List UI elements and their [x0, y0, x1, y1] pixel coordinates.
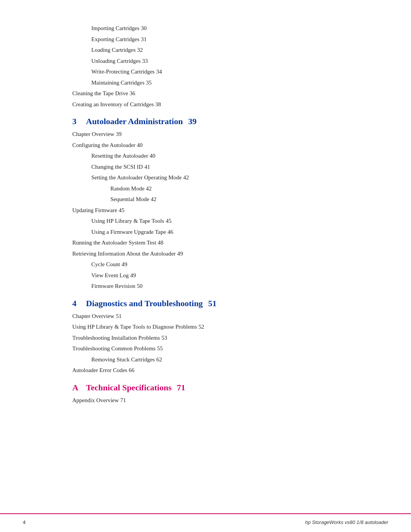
chapter-page: 51 — [208, 299, 217, 308]
entry-label: Using HP Library & Tape Tools to Diagnos… — [72, 324, 197, 330]
chapter-4-heading: 4 Diagnostics and Troubleshooting 51 — [72, 299, 339, 308]
entry-label: Maintaining Cartridges — [91, 80, 145, 86]
entry-label: Autoloader Error Codes — [72, 367, 127, 373]
list-item: Changing the SCSI ID41 — [72, 161, 339, 173]
entry-page: 49 — [177, 251, 183, 257]
entry-page: 66 — [129, 367, 134, 373]
entry-page: 45 — [166, 218, 171, 224]
entry-label: View Event Log — [91, 272, 129, 278]
entry-page: 53 — [161, 335, 167, 341]
entry-label: Cycle Count — [91, 261, 120, 267]
list-item: Removing Stuck Cartridges62 — [72, 354, 339, 365]
entry-label: Firmware Revision — [91, 283, 135, 289]
entry-label: Sequential Mode — [110, 196, 149, 202]
entry-label: Troubleshooting Common Problems — [72, 345, 156, 351]
chapter-3-heading: 3 Autoloader Administration 39 — [72, 117, 339, 126]
entry-page: 31 — [141, 36, 147, 42]
list-item: Creating an Inventory of Cartridges38 — [72, 99, 339, 110]
footer-page-number: 4 — [23, 519, 25, 525]
entry-label: Resetting the Autoloader — [91, 153, 148, 159]
entry-label: Configuring the Autoloader — [72, 142, 135, 148]
entry-page: 34 — [156, 69, 162, 75]
entry-label: Using HP Library & Tape Tools — [91, 218, 164, 224]
list-item: Updating Firmware45 — [72, 205, 339, 216]
list-item: Using HP Library & Tape Tools to Diagnos… — [72, 321, 339, 332]
entry-page: 48 — [158, 240, 163, 246]
list-item: Autoloader Error Codes66 — [72, 365, 339, 376]
chapter-page: 39 — [188, 117, 196, 126]
entry-label: Running the Autoloader System Test — [72, 240, 156, 246]
appendix-title: Technical Specifications — [86, 383, 172, 393]
list-item: View Event Log49 — [72, 270, 339, 281]
entry-page: 42 — [151, 196, 156, 202]
entry-label: Setting the Autoloader Operating Mode — [91, 174, 182, 181]
list-item: Running the Autoloader System Test48 — [72, 237, 339, 248]
list-item: Setting the Autoloader Operating Mode42 — [72, 172, 339, 183]
entry-label: Unloading Cartridges — [91, 58, 141, 64]
entry-page: 62 — [156, 356, 162, 363]
list-item: Sequential Mode42 — [72, 194, 339, 205]
initial-entries: Importing Cartridges30 Exporting Cartrid… — [72, 23, 339, 110]
entry-page: 45 — [119, 207, 124, 213]
entry-label: Appendix Overview — [72, 397, 119, 403]
chapter-number: 4 — [72, 299, 81, 308]
chapter-title: Diagnostics and Troubleshooting — [86, 299, 203, 308]
list-item: Chapter Overview51 — [72, 311, 339, 322]
entry-label: Random Mode — [110, 185, 145, 192]
list-item: Maintaining Cartridges35 — [72, 77, 339, 88]
entry-label: Exporting Cartridges — [91, 36, 139, 42]
list-item: Exporting Cartridges31 — [72, 34, 339, 45]
entry-page: 40 — [150, 153, 155, 159]
entry-page: 55 — [157, 345, 163, 351]
entry-page: 41 — [144, 164, 150, 170]
appendix-a-section: A Technical Specifications 71 Appendix O… — [72, 383, 339, 406]
entry-label: Importing Cartridges — [91, 25, 139, 31]
list-item: Retrieving Information About the Autoloa… — [72, 248, 339, 259]
list-item: Using a Firmware Upgrade Tape46 — [72, 227, 339, 238]
appendix-letter: A — [72, 383, 81, 393]
chapter-4-section: 4 Diagnostics and Troubleshooting 51 Cha… — [72, 299, 339, 376]
list-item: Chapter Overview39 — [72, 129, 339, 140]
entry-page: 52 — [199, 324, 204, 330]
entry-label: Troubleshooting Installation Problems — [72, 335, 160, 341]
list-item: Firmware Revision50 — [72, 281, 339, 292]
list-item: Configuring the Autoloader40 — [72, 140, 339, 151]
chapter-number: 3 — [72, 117, 81, 126]
entry-label: Creating an Inventory of Cartridges — [72, 101, 154, 107]
entry-label: Cleaning the Tape Drive — [72, 90, 128, 96]
chapter-title: Autoloader Administration — [86, 117, 183, 126]
list-item: Appendix Overview71 — [72, 395, 339, 406]
list-item: Write-Protecting Cartridges34 — [72, 66, 339, 77]
list-item: Troubleshooting Common Problems55 — [72, 343, 339, 354]
entry-page: 32 — [137, 47, 143, 53]
entry-page: 39 — [116, 131, 121, 137]
entry-page: 42 — [146, 185, 152, 192]
page-content: Importing Cartridges30 Exporting Cartrid… — [34, 0, 377, 513]
list-item: Cleaning the Tape Drive36 — [72, 88, 339, 99]
entry-label: Loading Cartridges — [91, 47, 135, 53]
entry-label: Using a Firmware Upgrade Tape — [91, 229, 166, 235]
entry-page: 46 — [167, 229, 173, 235]
entry-page: 35 — [146, 80, 152, 86]
entry-label: Updating Firmware — [72, 207, 117, 213]
entry-page: 36 — [130, 90, 135, 96]
entry-page: 38 — [155, 101, 161, 107]
footer: 4 hp StorageWorks vs80 1/8 autoloader — [0, 514, 411, 532]
entry-page: 30 — [141, 25, 147, 31]
entry-page: 42 — [183, 174, 189, 181]
entry-page: 71 — [120, 397, 126, 403]
entry-label: Changing the SCSI ID — [91, 164, 143, 170]
footer-book-title: hp StorageWorks vs80 1/8 autoloader — [305, 519, 388, 525]
appendix-page: 71 — [177, 383, 185, 393]
list-item: Resetting the Autoloader40 — [72, 150, 339, 161]
list-item: Using HP Library & Tape Tools45 — [72, 216, 339, 227]
list-item: Loading Cartridges32 — [72, 45, 339, 56]
entry-label: Chapter Overview — [72, 313, 114, 319]
list-item: Troubleshooting Installation Problems53 — [72, 332, 339, 343]
list-item: Importing Cartridges30 — [72, 23, 339, 34]
entry-page: 51 — [116, 313, 121, 319]
list-item: Cycle Count49 — [72, 259, 339, 270]
list-item: Random Mode42 — [72, 183, 339, 194]
entry-page: 33 — [142, 58, 148, 64]
entry-label: Chapter Overview — [72, 131, 114, 137]
